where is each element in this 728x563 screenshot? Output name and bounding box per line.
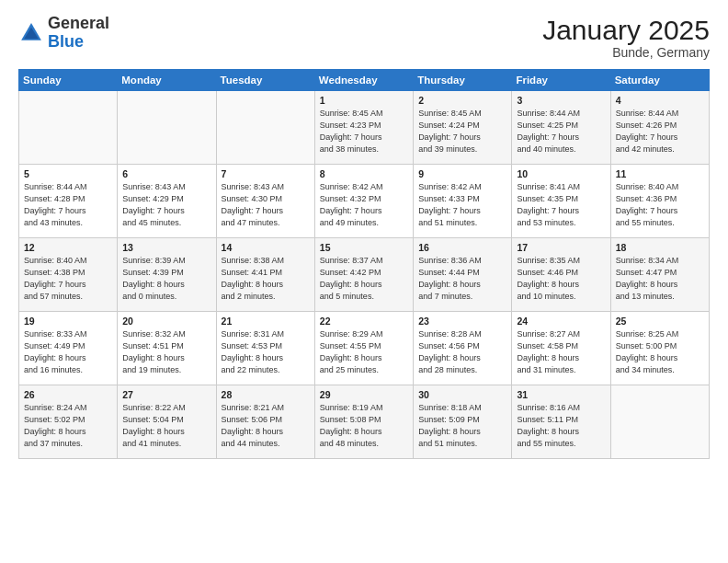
day-info: Sunrise: 8:45 AM Sunset: 4:24 PM Dayligh… [418, 108, 506, 155]
calendar-subtitle: Bunde, Germany [542, 45, 710, 60]
day-info: Sunrise: 8:38 AM Sunset: 4:41 PM Dayligh… [222, 255, 310, 303]
calendar-cell: 11Sunrise: 8:40 AM Sunset: 4:36 PM Dayli… [610, 165, 709, 238]
calendar-cell: 16Sunrise: 8:36 AM Sunset: 4:44 PM Dayli… [414, 238, 512, 312]
day-info: Sunrise: 8:18 AM Sunset: 5:09 PM Dayligh… [418, 402, 506, 450]
calendar-cell: 29Sunrise: 8:19 AM Sunset: 5:08 PM Dayli… [314, 385, 413, 459]
day-number: 8 [320, 168, 408, 179]
day-number: 27 [122, 389, 210, 400]
day-number: 3 [517, 95, 605, 106]
calendar-cell: 21Sunrise: 8:31 AM Sunset: 4:53 PM Dayli… [216, 312, 314, 385]
day-info: Sunrise: 8:34 AM Sunset: 4:47 PM Dayligh… [616, 255, 704, 303]
day-number: 4 [616, 95, 704, 106]
day-number: 10 [517, 168, 605, 179]
day-info: Sunrise: 8:37 AM Sunset: 4:42 PM Dayligh… [320, 255, 408, 303]
calendar-cell: 26Sunrise: 8:24 AM Sunset: 5:02 PM Dayli… [19, 385, 118, 459]
calendar-cell: 7Sunrise: 8:43 AM Sunset: 4:30 PM Daylig… [216, 165, 314, 238]
day-info: Sunrise: 8:25 AM Sunset: 5:00 PM Dayligh… [616, 328, 704, 376]
day-info: Sunrise: 8:42 AM Sunset: 4:32 PM Dayligh… [320, 181, 408, 229]
logo: General Blue [18, 15, 109, 52]
calendar-cell: 18Sunrise: 8:34 AM Sunset: 4:47 PM Dayli… [610, 238, 709, 312]
calendar-cell: 12Sunrise: 8:40 AM Sunset: 4:38 PM Dayli… [19, 238, 118, 312]
calendar-cell: 3Sunrise: 8:44 AM Sunset: 4:25 PM Daylig… [512, 91, 610, 165]
day-info: Sunrise: 8:35 AM Sunset: 4:46 PM Dayligh… [517, 255, 605, 303]
calendar-cell: 28Sunrise: 8:21 AM Sunset: 5:06 PM Dayli… [216, 385, 314, 459]
day-info: Sunrise: 8:36 AM Sunset: 4:44 PM Dayligh… [418, 255, 506, 303]
day-number: 12 [24, 242, 112, 253]
calendar-cell: 19Sunrise: 8:33 AM Sunset: 4:49 PM Dayli… [19, 312, 118, 385]
calendar-cell [216, 91, 314, 165]
day-number: 17 [517, 242, 605, 253]
calendar-cell: 13Sunrise: 8:39 AM Sunset: 4:39 PM Dayli… [118, 238, 216, 312]
day-number: 24 [517, 316, 605, 327]
weekday-header-tuesday: Tuesday [216, 70, 314, 91]
day-number: 30 [418, 389, 506, 400]
day-info: Sunrise: 8:45 AM Sunset: 4:23 PM Dayligh… [320, 108, 408, 155]
calendar-cell [610, 385, 709, 459]
weekday-header-saturday: Saturday [610, 70, 709, 91]
logo-general: General [48, 14, 109, 32]
page: General Blue January 2025 Bunde, Germany… [0, 0, 728, 563]
calendar-cell [118, 91, 216, 165]
day-number: 22 [320, 316, 408, 327]
day-info: Sunrise: 8:22 AM Sunset: 5:04 PM Dayligh… [122, 402, 210, 450]
day-number: 2 [418, 95, 506, 106]
calendar-title: January 2025 [542, 15, 710, 45]
day-number: 15 [320, 242, 408, 253]
calendar-cell: 23Sunrise: 8:28 AM Sunset: 4:56 PM Dayli… [414, 312, 512, 385]
day-number: 28 [222, 389, 310, 400]
calendar-cell: 4Sunrise: 8:44 AM Sunset: 4:26 PM Daylig… [610, 91, 709, 165]
day-info: Sunrise: 8:43 AM Sunset: 4:29 PM Dayligh… [122, 181, 210, 229]
day-number: 29 [320, 389, 408, 400]
day-info: Sunrise: 8:40 AM Sunset: 4:36 PM Dayligh… [616, 181, 704, 229]
day-info: Sunrise: 8:44 AM Sunset: 4:25 PM Dayligh… [517, 108, 605, 155]
calendar-cell: 10Sunrise: 8:41 AM Sunset: 4:35 PM Dayli… [512, 165, 610, 238]
weekday-header-friday: Friday [512, 70, 610, 91]
day-number: 19 [24, 316, 112, 327]
calendar-cell: 22Sunrise: 8:29 AM Sunset: 4:55 PM Dayli… [314, 312, 413, 385]
calendar-week-5: 26Sunrise: 8:24 AM Sunset: 5:02 PM Dayli… [19, 385, 710, 459]
day-info: Sunrise: 8:28 AM Sunset: 4:56 PM Dayligh… [418, 328, 506, 376]
day-number: 13 [122, 242, 210, 253]
day-number: 1 [320, 95, 408, 106]
day-info: Sunrise: 8:44 AM Sunset: 4:28 PM Dayligh… [24, 181, 112, 229]
logo-blue: Blue [48, 32, 84, 51]
calendar-cell: 5Sunrise: 8:44 AM Sunset: 4:28 PM Daylig… [19, 165, 118, 238]
calendar-week-2: 5Sunrise: 8:44 AM Sunset: 4:28 PM Daylig… [19, 165, 710, 238]
weekday-header-thursday: Thursday [414, 70, 512, 91]
calendar-cell: 2Sunrise: 8:45 AM Sunset: 4:24 PM Daylig… [414, 91, 512, 165]
day-info: Sunrise: 8:29 AM Sunset: 4:55 PM Dayligh… [320, 328, 408, 376]
day-info: Sunrise: 8:19 AM Sunset: 5:08 PM Dayligh… [320, 402, 408, 450]
calendar-cell: 14Sunrise: 8:38 AM Sunset: 4:41 PM Dayli… [216, 238, 314, 312]
day-number: 21 [222, 316, 310, 327]
day-info: Sunrise: 8:32 AM Sunset: 4:51 PM Dayligh… [122, 328, 210, 376]
day-info: Sunrise: 8:44 AM Sunset: 4:26 PM Dayligh… [616, 108, 704, 155]
day-number: 20 [122, 316, 210, 327]
day-info: Sunrise: 8:16 AM Sunset: 5:11 PM Dayligh… [517, 402, 605, 450]
day-info: Sunrise: 8:41 AM Sunset: 4:35 PM Dayligh… [517, 181, 605, 229]
day-number: 11 [616, 168, 704, 179]
calendar-header-row: SundayMondayTuesdayWednesdayThursdayFrid… [19, 70, 710, 91]
title-block: January 2025 Bunde, Germany [542, 15, 710, 60]
calendar-cell: 25Sunrise: 8:25 AM Sunset: 5:00 PM Dayli… [610, 312, 709, 385]
weekday-header-wednesday: Wednesday [314, 70, 413, 91]
day-number: 25 [616, 316, 704, 327]
calendar-cell: 20Sunrise: 8:32 AM Sunset: 4:51 PM Dayli… [118, 312, 216, 385]
day-number: 31 [517, 389, 605, 400]
calendar-cell: 30Sunrise: 8:18 AM Sunset: 5:09 PM Dayli… [414, 385, 512, 459]
calendar-cell: 1Sunrise: 8:45 AM Sunset: 4:23 PM Daylig… [314, 91, 413, 165]
day-number: 14 [222, 242, 310, 253]
day-number: 16 [418, 242, 506, 253]
day-number: 9 [418, 168, 506, 179]
calendar-cell: 15Sunrise: 8:37 AM Sunset: 4:42 PM Dayli… [314, 238, 413, 312]
logo-icon [18, 20, 44, 46]
calendar-week-3: 12Sunrise: 8:40 AM Sunset: 4:38 PM Dayli… [19, 238, 710, 312]
day-info: Sunrise: 8:39 AM Sunset: 4:39 PM Dayligh… [122, 255, 210, 303]
header: General Blue January 2025 Bunde, Germany [18, 15, 710, 60]
calendar-week-1: 1Sunrise: 8:45 AM Sunset: 4:23 PM Daylig… [19, 91, 710, 165]
day-info: Sunrise: 8:40 AM Sunset: 4:38 PM Dayligh… [24, 255, 112, 303]
calendar-week-4: 19Sunrise: 8:33 AM Sunset: 4:49 PM Dayli… [19, 312, 710, 385]
day-number: 7 [222, 168, 310, 179]
day-info: Sunrise: 8:31 AM Sunset: 4:53 PM Dayligh… [222, 328, 310, 376]
day-number: 26 [24, 389, 112, 400]
calendar-cell: 31Sunrise: 8:16 AM Sunset: 5:11 PM Dayli… [512, 385, 610, 459]
